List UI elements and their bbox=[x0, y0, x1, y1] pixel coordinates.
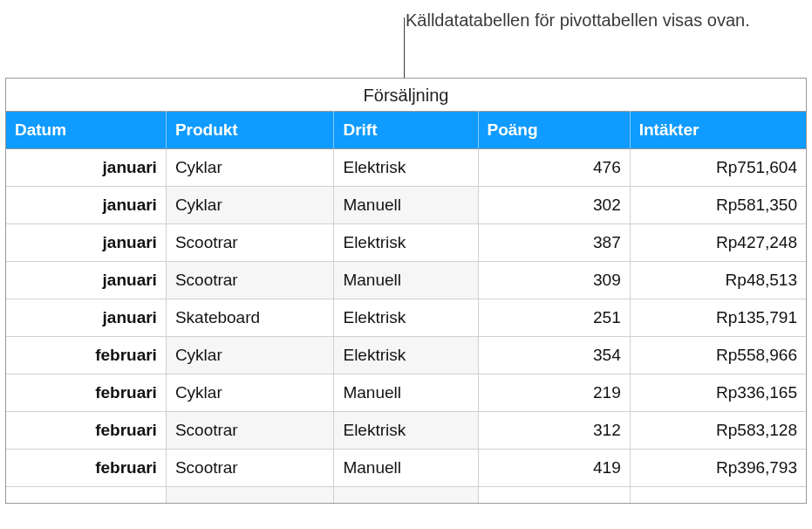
cell-poang: 309 bbox=[478, 262, 630, 299]
cell-datum: februari bbox=[6, 337, 166, 374]
cell-poang: 302 bbox=[478, 187, 630, 224]
cell-poang: 312 bbox=[478, 412, 630, 450]
cell-empty bbox=[630, 487, 806, 504]
cell-produkt: Scootrar bbox=[166, 224, 334, 262]
cell-datum: februari bbox=[6, 412, 166, 450]
cell-poang: 476 bbox=[478, 149, 630, 187]
table-row: februariScootrarElektrisk312Rp583,128 bbox=[6, 412, 806, 450]
cell-intakter: Rp427,248 bbox=[630, 224, 806, 262]
table-row: januariCyklarManuell302Rp581,350 bbox=[6, 187, 806, 224]
col-header-poang: Poäng bbox=[478, 112, 630, 149]
table-caption: Försäljning bbox=[6, 79, 806, 111]
cell-drift: Elektrisk bbox=[334, 149, 478, 187]
cell-intakter: Rp558,966 bbox=[630, 337, 806, 374]
cell-empty bbox=[334, 487, 478, 504]
table-row: februariCyklarManuell219Rp336,165 bbox=[6, 374, 806, 412]
callout-leader-line bbox=[404, 17, 405, 79]
cell-drift: Manuell bbox=[334, 187, 478, 224]
cell-poang: 219 bbox=[478, 374, 630, 412]
col-header-intakter: Intäkter bbox=[630, 112, 806, 149]
cell-datum: januari bbox=[6, 224, 166, 262]
cell-drift: Manuell bbox=[334, 450, 478, 487]
table-row: januariSkateboardElektrisk251Rp135,791 bbox=[6, 299, 806, 337]
cell-datum: januari bbox=[6, 262, 166, 299]
table-row: februariCyklarElektrisk354Rp558,966 bbox=[6, 337, 806, 374]
cell-produkt: Cyklar bbox=[166, 187, 334, 224]
table-row: januariScootrarElektrisk387Rp427,248 bbox=[6, 224, 806, 262]
cell-produkt: Cyklar bbox=[166, 374, 334, 412]
source-data-table: Försäljning Datum Produkt Drift Poäng In… bbox=[5, 78, 807, 504]
cell-datum: februari bbox=[6, 374, 166, 412]
cell-poang: 387 bbox=[478, 224, 630, 262]
cell-drift: Elektrisk bbox=[334, 337, 478, 374]
col-header-drift: Drift bbox=[334, 112, 478, 149]
cell-intakter: Rp48,513 bbox=[630, 262, 806, 299]
cell-intakter: Rp751,604 bbox=[630, 149, 806, 187]
cell-produkt: Scootrar bbox=[166, 262, 334, 299]
cell-drift: Elektrisk bbox=[334, 412, 478, 450]
callout-text: Källdatatabellen för pivottabellen visas… bbox=[406, 9, 750, 32]
cell-datum: januari bbox=[6, 149, 166, 187]
cell-empty bbox=[478, 487, 630, 504]
col-header-datum: Datum bbox=[6, 112, 166, 149]
cell-intakter: Rp396,793 bbox=[630, 450, 806, 487]
cell-produkt: Scootrar bbox=[166, 412, 334, 450]
cell-drift: Elektrisk bbox=[334, 224, 478, 262]
table-header-row: Datum Produkt Drift Poäng Intäkter bbox=[6, 112, 806, 149]
cell-produkt: Cyklar bbox=[166, 149, 334, 187]
cell-drift: Manuell bbox=[334, 374, 478, 412]
cell-produkt: Cyklar bbox=[166, 337, 334, 374]
cell-drift: Manuell bbox=[334, 262, 478, 299]
cell-poang: 419 bbox=[478, 450, 630, 487]
cell-empty bbox=[6, 487, 166, 504]
cell-empty bbox=[166, 487, 334, 504]
table-row: januariCyklarElektrisk476Rp751,604 bbox=[6, 149, 806, 187]
cell-datum: januari bbox=[6, 299, 166, 337]
cell-produkt: Skateboard bbox=[166, 299, 334, 337]
cell-datum: februari bbox=[6, 450, 166, 487]
table-row: februariScootrarManuell419Rp396,793 bbox=[6, 450, 806, 487]
cell-poang: 251 bbox=[478, 299, 630, 337]
cell-poang: 354 bbox=[478, 337, 630, 374]
cell-intakter: Rp583,128 bbox=[630, 412, 806, 450]
table-row-empty bbox=[6, 487, 806, 504]
cell-drift: Elektrisk bbox=[334, 299, 478, 337]
col-header-produkt: Produkt bbox=[166, 112, 334, 149]
cell-intakter: Rp581,350 bbox=[630, 187, 806, 224]
table-row: januariScootrarManuell309Rp48,513 bbox=[6, 262, 806, 299]
cell-datum: januari bbox=[6, 187, 166, 224]
cell-intakter: Rp135,791 bbox=[630, 299, 806, 337]
cell-produkt: Scootrar bbox=[166, 450, 334, 487]
cell-intakter: Rp336,165 bbox=[630, 374, 806, 412]
